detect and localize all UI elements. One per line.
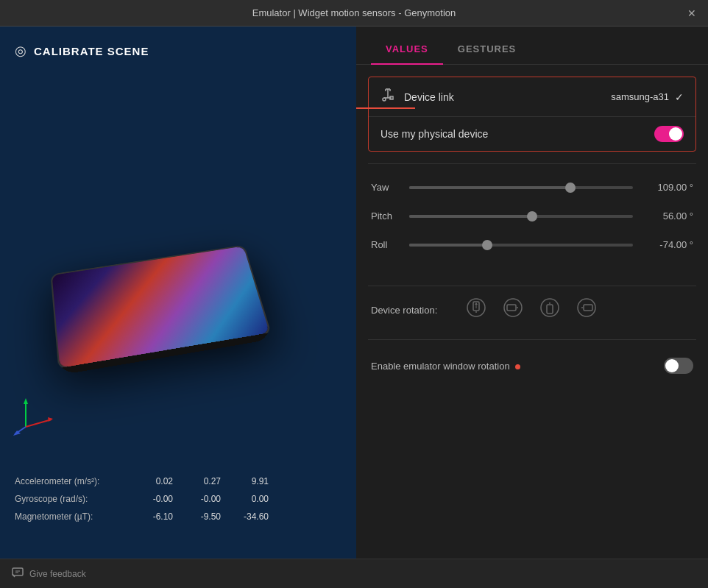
pitch-label: Pitch	[371, 210, 400, 222]
roll-slider-row: Roll -74.00 °	[371, 239, 693, 250]
window-title: Emulator | Widget motion sensors - Genym…	[252, 7, 456, 18]
enable-rotation-section: Enable emulator window rotation	[356, 346, 708, 386]
yaw-value: 109.00 °	[642, 182, 693, 193]
mag-y: -9.50	[180, 511, 221, 522]
svg-point-18	[475, 311, 477, 313]
sensor-data: Accelerometer (m/s²): 0.02 0.27 9.91 Gyr…	[15, 476, 269, 529]
svg-line-2	[26, 419, 52, 427]
device-rotation-row: Device rotation:	[371, 298, 693, 322]
svg-marker-20	[475, 302, 478, 305]
device-link-section: Device link samsung-a31 ✓ Use my physica…	[368, 77, 696, 152]
sliders-section: Yaw 109.00 ° Pitch 56.00 °	[356, 170, 708, 280]
axes-indicator	[11, 394, 55, 441]
rotation-portrait-up[interactable]	[467, 298, 486, 322]
roll-value: -74.00 °	[642, 239, 693, 250]
device-link-container: Device link samsung-a31 ✓ Use my physica…	[356, 77, 708, 152]
right-panel: VALUES GESTURES	[356, 26, 708, 559]
svg-marker-1	[24, 398, 28, 404]
mag-x: -6.10	[132, 511, 173, 522]
device-link-label: Device link	[404, 91, 611, 103]
tabs: VALUES GESTURES	[356, 26, 708, 65]
rotation-portrait-down[interactable]	[540, 298, 559, 322]
gyro-x: -0.00	[132, 494, 173, 504]
yaw-fill	[409, 186, 570, 189]
feedback-button[interactable]: Give feedback	[12, 567, 86, 581]
magnetometer-row: Magnetometer (µT): -6.10 -9.50 -34.60	[15, 511, 269, 522]
accel-y: 0.27	[180, 476, 221, 486]
enable-rotation-toggle[interactable]	[664, 358, 693, 374]
accel-x: 0.02	[132, 476, 173, 486]
accelerometer-label: Accelerometer (m/s²):	[15, 476, 125, 486]
rotation-icons	[452, 298, 693, 322]
svg-rect-28	[584, 305, 592, 311]
physical-device-label: Use my physical device	[380, 128, 654, 140]
roll-label: Roll	[371, 239, 400, 250]
svg-marker-3	[48, 417, 53, 422]
rotation-landscape-left[interactable]	[503, 298, 523, 322]
warning-indicator	[515, 364, 520, 369]
divider-2	[368, 286, 696, 286]
roll-slider[interactable]	[409, 244, 633, 247]
calibrate-header: ◎ CALIBRATE SCENE	[0, 26, 356, 75]
gyroscope-label: Gyroscope (rad/s):	[15, 494, 125, 504]
gyro-z: 0.00	[228, 494, 269, 504]
feedback-label: Give feedback	[29, 569, 86, 579]
pitch-fill	[409, 215, 532, 218]
pitch-slider-row: Pitch 56.00 °	[371, 210, 693, 222]
calibrate-title: CALIBRATE SCENE	[34, 45, 149, 57]
device-link-row: Device link samsung-a31 ✓	[369, 77, 695, 117]
check-icon: ✓	[675, 91, 684, 103]
pitch-value: 56.00 °	[642, 210, 693, 222]
svg-rect-25	[547, 305, 553, 314]
phone-visualization	[51, 244, 272, 369]
device-rotation-section: Device rotation:	[356, 292, 708, 333]
pitch-thumb[interactable]	[527, 211, 537, 222]
yaw-label: Yaw	[371, 182, 400, 193]
title-bar: Emulator | Widget motion sensors - Genym…	[0, 0, 708, 26]
left-panel: ◎ CALIBRATE SCENE	[0, 26, 356, 559]
divider-3	[368, 339, 696, 340]
rotation-toggle-knob	[665, 359, 679, 372]
gyroscope-row: Gyroscope (rad/s): -0.00 -0.00 0.00	[15, 494, 269, 504]
svg-rect-22	[507, 305, 516, 311]
close-button[interactable]: ✕	[684, 6, 699, 21]
feedback-icon	[12, 567, 24, 581]
physical-device-row: Use my physical device	[369, 117, 695, 151]
divider-1	[368, 163, 696, 164]
magnetometer-label: Magnetometer (µT):	[15, 511, 125, 522]
toggle-knob	[669, 127, 682, 141]
yaw-thumb[interactable]	[565, 183, 576, 193]
device-name: samsung-a31	[611, 91, 669, 102]
tab-gestures[interactable]: GESTURES	[443, 35, 531, 65]
red-arrow	[356, 97, 417, 122]
roll-thumb[interactable]	[482, 240, 492, 250]
yaw-slider-row: Yaw 109.00 °	[371, 182, 693, 193]
accelerometer-row: Accelerometer (m/s²): 0.02 0.27 9.91	[15, 476, 269, 486]
gyro-y: -0.00	[180, 494, 221, 504]
yaw-slider[interactable]	[409, 186, 633, 189]
accel-z: 9.91	[228, 476, 269, 486]
svg-point-29	[581, 307, 583, 308]
footer: Give feedback	[0, 559, 708, 588]
pitch-slider[interactable]	[409, 215, 633, 218]
calibrate-icon: ◎	[15, 43, 26, 59]
right-content: Device link samsung-a31 ✓ Use my physica…	[356, 65, 708, 559]
main-layout: ◎ CALIBRATE SCENE	[0, 26, 708, 559]
enable-rotation-label: Enable emulator window rotation	[371, 361, 664, 372]
phone-screen	[52, 246, 270, 368]
roll-fill	[409, 244, 487, 247]
rotation-landscape-right[interactable]	[577, 298, 596, 322]
mag-z: -34.60	[228, 511, 269, 522]
device-rotation-label: Device rotation:	[371, 305, 437, 316]
tab-values[interactable]: VALUES	[371, 35, 443, 65]
svg-point-26	[549, 302, 551, 304]
physical-device-toggle[interactable]	[654, 126, 684, 142]
svg-rect-30	[13, 568, 23, 575]
svg-point-23	[517, 307, 518, 308]
